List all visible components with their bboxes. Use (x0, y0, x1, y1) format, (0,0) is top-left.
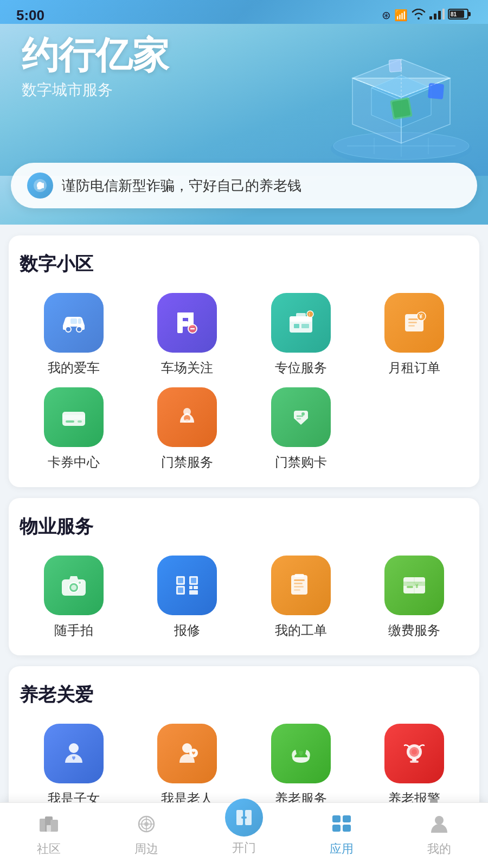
svg-rect-56 (66, 420, 74, 423)
svg-rect-75 (189, 590, 198, 595)
announcement-icon (27, 173, 53, 199)
access-card-label: 门禁购卡 (275, 454, 327, 471)
workorder-icon (271, 556, 331, 615)
hero-subtitle: 数字城市服务 (22, 80, 466, 100)
svg-rect-98 (50, 820, 58, 832)
payment-item[interactable]: ¥ 缴费服务 (361, 556, 469, 639)
svg-point-32 (76, 327, 82, 332)
battery-icon: 81 (448, 8, 472, 23)
property-service-section: 物业服务 随手拍 (9, 498, 479, 655)
svg-rect-71 (191, 578, 196, 583)
svg-rect-50 (408, 322, 417, 323)
payment-label: 缴费服务 (388, 622, 440, 639)
access-card-icon (271, 387, 331, 447)
hero-banner: 约行亿家 数字城市服务 (0, 24, 488, 176)
repair-item[interactable]: 报修 (133, 556, 242, 639)
child-icon (44, 724, 104, 783)
svg-rect-81 (294, 574, 304, 577)
svg-rect-70 (178, 578, 183, 583)
parking-icon (157, 293, 217, 353)
svg-rect-99 (47, 825, 51, 832)
card-center-label: 卡券中心 (48, 454, 100, 471)
workorder-item[interactable]: 我的工单 (247, 556, 355, 639)
status-time: 5:00 (16, 7, 44, 24)
digital-community-section: 数字小区 我的爱车 (9, 235, 479, 487)
svg-point-65 (71, 585, 76, 590)
svg-point-93 (412, 749, 417, 755)
svg-rect-77 (294, 579, 305, 581)
svg-text:¥: ¥ (419, 313, 423, 320)
svg-rect-3 (442, 9, 445, 20)
svg-point-31 (66, 327, 71, 332)
access-service-item[interactable]: 门禁服务 (133, 387, 242, 471)
nearby-icon (132, 809, 160, 838)
parking-item[interactable]: 车场关注 (133, 293, 242, 376)
app-label: 应用 (330, 841, 354, 857)
empty-slot-1 (361, 387, 469, 471)
photo-item[interactable]: 随手拍 (20, 556, 128, 639)
wifi-icon (411, 9, 426, 22)
card-center-icon (44, 387, 104, 447)
care-service-icon (271, 724, 331, 783)
nav-app[interactable]: 应用 (293, 809, 390, 857)
svg-rect-95 (410, 761, 419, 763)
nearby-label: 周边 (134, 841, 158, 857)
svg-point-88 (69, 743, 79, 753)
elderly-care-grid: 我是子女 我是老人 (20, 724, 468, 807)
hero-title: 约行亿家 (22, 35, 466, 75)
app-icon (328, 809, 356, 838)
property-service-title: 物业服务 (20, 514, 468, 539)
photo-label: 随手拍 (54, 622, 93, 639)
photo-icon (44, 556, 104, 615)
community-icon (35, 809, 63, 838)
access-service-label: 门禁服务 (161, 454, 213, 471)
status-icons: ⊛ 📶 81 (382, 8, 472, 23)
care-service-item[interactable]: 养老服务 (247, 724, 355, 807)
special-service-item[interactable]: ! 专位服务 (247, 293, 355, 376)
svg-rect-45 (296, 313, 306, 317)
nav-open-door[interactable]: 开门 (195, 809, 293, 857)
elder-item[interactable]: 我是老人 (133, 724, 242, 807)
monthly-order-label: 月租订单 (388, 359, 440, 376)
svg-rect-74 (194, 586, 198, 589)
svg-rect-33 (70, 318, 77, 324)
svg-rect-0 (429, 16, 432, 20)
svg-point-46 (307, 311, 313, 317)
svg-rect-29 (42, 183, 44, 188)
nav-mine[interactable]: 我的 (390, 809, 488, 857)
status-bar: 5:00 ⊛ 📶 81 (0, 0, 488, 24)
digital-community-title: 数字小区 (20, 252, 468, 277)
care-alert-item[interactable]: 养老报警 (361, 724, 469, 807)
svg-rect-79 (294, 586, 304, 588)
my-car-icon (44, 293, 104, 353)
property-service-grid: 随手拍 报修 (20, 556, 468, 639)
signal-bars (429, 9, 445, 22)
svg-point-107 (241, 816, 243, 819)
svg-point-66 (78, 581, 81, 584)
svg-point-108 (245, 816, 247, 819)
my-car-item[interactable]: 我的爱车 (20, 293, 128, 376)
svg-rect-80 (294, 589, 300, 591)
svg-rect-110 (343, 815, 351, 822)
svg-text:¥: ¥ (415, 583, 419, 589)
elder-icon (157, 724, 217, 783)
child-item[interactable]: 我是子女 (20, 724, 128, 807)
announcement-text: 谨防电信新型诈骗，守好自己的养老钱 (62, 176, 301, 195)
svg-rect-84 (407, 586, 413, 588)
svg-rect-111 (332, 825, 341, 832)
monthly-order-icon: ¥ (384, 293, 444, 353)
access-card-item[interactable]: 门禁购卡 (247, 387, 355, 471)
svg-rect-55 (62, 415, 85, 419)
nav-community[interactable]: 社区 (0, 809, 98, 857)
announcement-bar: 谨防电信新型诈骗，守好自己的养老钱 (11, 163, 477, 208)
svg-rect-109 (332, 815, 341, 822)
svg-point-58 (183, 408, 191, 416)
svg-rect-37 (177, 321, 188, 327)
svg-rect-1 (434, 14, 436, 20)
repair-label: 报修 (174, 622, 200, 639)
svg-rect-43 (294, 324, 299, 328)
card-center-item[interactable]: 卡券中心 (20, 387, 128, 471)
open-door-label: 开门 (232, 840, 256, 856)
monthly-order-item[interactable]: ¥ 月租订单 (361, 293, 469, 376)
nav-nearby[interactable]: 周边 (98, 809, 195, 857)
